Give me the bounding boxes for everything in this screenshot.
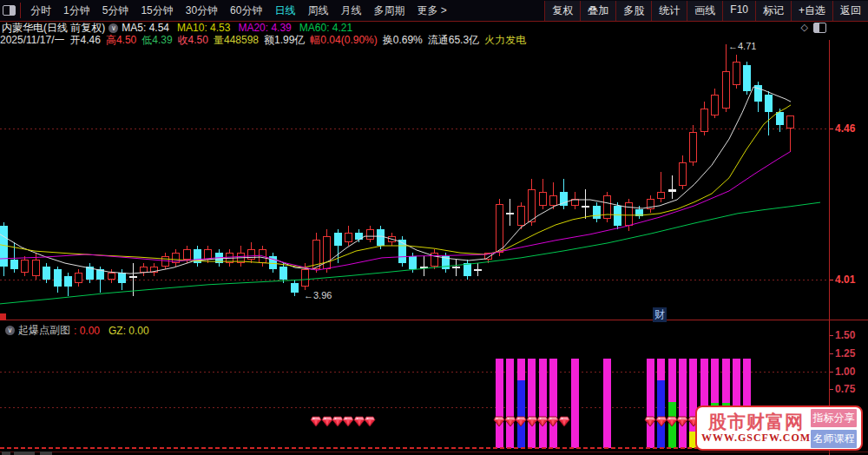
watermark-url: WWW.GSCFW.COM	[701, 432, 811, 445]
menu-item-60分钟[interactable]: 60分钟	[224, 3, 268, 18]
candle-body	[496, 204, 503, 253]
toolbar-button-画线[interactable]: 画线	[687, 1, 722, 21]
candle-wick	[133, 263, 134, 297]
candle-body	[312, 240, 320, 270]
candle-body	[237, 253, 245, 263]
candle-body	[86, 267, 94, 280]
candle-body	[733, 62, 740, 85]
quote-segment: 幅0.04(0.90%)	[310, 33, 377, 48]
toolbar-button-F10[interactable]: F10	[722, 1, 755, 21]
watermark: 股市财富网 WWW.GSCFW.COM 指标分享 名师课程	[695, 406, 863, 451]
toolbar-button-返回[interactable]: 返回	[832, 1, 868, 21]
menu-item-30分钟[interactable]: 30分钟	[180, 3, 224, 18]
candle-body	[194, 249, 201, 262]
menu-item-1分钟[interactable]: 1分钟	[57, 3, 96, 18]
candle-body	[398, 240, 406, 263]
top-toolbar: 分时1分钟5分钟15分钟30分钟60分钟日线周线月线多周期更多 > 复权叠加多股…	[0, 0, 868, 22]
quote-segment: 流通65.3亿	[428, 33, 479, 48]
candle-body	[96, 269, 104, 280]
ma-line-MA60	[0, 202, 820, 304]
window-icon[interactable]	[3, 5, 16, 16]
corner-icons: ◇	[801, 22, 826, 33]
candle-body	[377, 229, 385, 246]
axis-label: 4.46	[835, 122, 855, 135]
candle-body	[506, 213, 514, 214]
menu-item-多周期[interactable]: 多周期	[367, 3, 411, 18]
candle-body	[345, 233, 352, 243]
toolbar-buttons: 复权叠加多股统计画线F10标记+自选返回	[544, 1, 868, 21]
indicator-bar-blue	[517, 380, 525, 448]
menu-item-分时[interactable]: 分时	[24, 3, 57, 18]
axis-label: 1.25	[835, 347, 855, 359]
candle-body	[711, 95, 719, 115]
chevron-down-icon[interactable]: ∨	[5, 326, 15, 335]
panel-layout-icon[interactable]	[813, 23, 826, 33]
indicator-bar	[506, 359, 514, 448]
axis-label: 1.50	[835, 329, 855, 341]
candle-body	[776, 112, 784, 125]
candle-body	[64, 276, 72, 287]
candle-body	[75, 273, 82, 283]
candle-body	[388, 236, 396, 243]
toolbar-button-统计[interactable]: 统计	[651, 1, 687, 21]
candle-body	[247, 249, 255, 260]
candle-body	[140, 267, 148, 274]
toolbar-button-多股[interactable]: 多股	[615, 1, 651, 21]
candle-body	[334, 233, 342, 246]
menu-item-5分钟[interactable]: 5分钟	[96, 3, 135, 18]
candle-body	[215, 253, 223, 263]
indicator-bar	[571, 359, 579, 448]
diamond-gem-icon	[558, 415, 570, 426]
quote-segment: 火力发电	[484, 33, 526, 48]
candle-body	[420, 267, 428, 268]
candle-body	[21, 260, 29, 273]
watermark-badges: 指标分享 名师课程	[811, 409, 857, 448]
candle-body	[118, 273, 126, 283]
menu-item-日线[interactable]: 日线	[268, 3, 301, 18]
candle-body	[549, 195, 557, 206]
toolbar-button-叠加[interactable]: 叠加	[580, 1, 615, 21]
candle-body	[204, 249, 212, 260]
menu-item-周线[interactable]: 周线	[301, 3, 334, 18]
badge-indicator-share: 指标分享	[811, 409, 857, 427]
menu-item-月线[interactable]: 月线	[334, 3, 367, 18]
quote-segment: 额1.99亿	[264, 33, 305, 48]
toolbar-button-复权[interactable]: 复权	[544, 1, 580, 21]
finance-news-badge[interactable]: 财	[653, 307, 667, 322]
price-annotation: ←4.71	[728, 41, 756, 51]
indicator-bar	[549, 359, 557, 448]
candle-body	[172, 253, 180, 263]
candle-wick	[585, 189, 586, 220]
candle-body	[582, 206, 589, 208]
candle-body	[355, 233, 363, 240]
candle-body	[10, 260, 18, 270]
candle-body	[754, 85, 762, 102]
candle-body	[259, 249, 266, 262]
quote-segment: 开4.46	[70, 33, 101, 48]
subchart-gz-value: GZ: 0.00	[108, 325, 149, 337]
indicator-bar-blue	[657, 380, 665, 448]
menu-item-15分钟[interactable]: 15分钟	[135, 3, 179, 18]
candle-body	[431, 253, 438, 266]
candle-body	[657, 192, 665, 199]
chevron-down-icon[interactable]: ∨	[108, 23, 118, 33]
candle-body	[647, 199, 654, 209]
toolbar-button-标记[interactable]: 标记	[755, 1, 791, 21]
quote-segment: 换0.69%	[383, 33, 423, 48]
clipped-status-row	[0, 451, 868, 455]
toolbar-button-+自选[interactable]: +自选	[791, 1, 832, 21]
quote-segment: 低4.39	[141, 33, 172, 48]
candle-body	[226, 253, 233, 263]
panel-divider	[0, 320, 868, 320]
diamond-marker-icon[interactable]: ◇	[801, 22, 808, 33]
candle-body	[183, 249, 191, 260]
candle-wick	[672, 175, 673, 199]
candle-body	[539, 192, 547, 205]
menu-item-更多 >[interactable]: 更多 >	[411, 3, 452, 18]
candle-body	[269, 256, 277, 269]
candle-body	[560, 192, 568, 205]
period-menu: 分时1分钟5分钟15分钟30分钟60分钟日线周线月线多周期更多 >	[24, 3, 453, 18]
quote-segment: 量448598	[214, 33, 259, 48]
quote-segment: 高4.50	[106, 33, 136, 48]
main-chart[interactable]: 4.464.011.501.251.000.75←4.71←3.96	[0, 0, 868, 455]
